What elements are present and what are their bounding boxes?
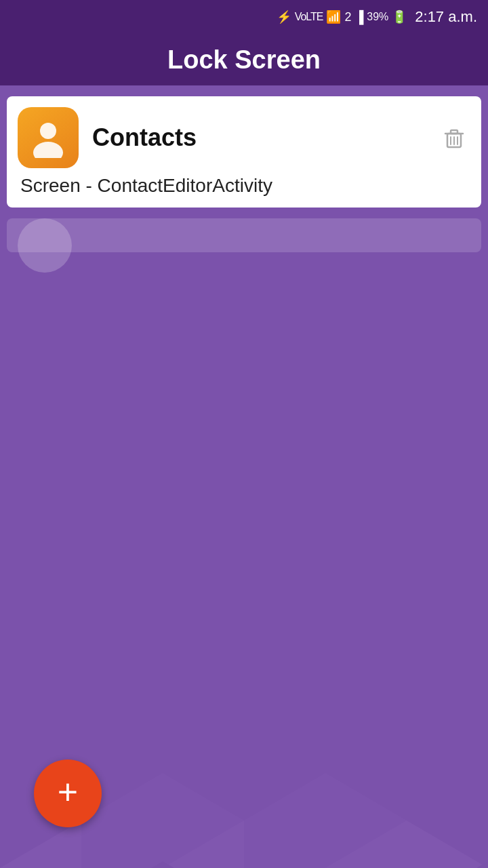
app-list-item: Contacts Screen - ContactEditorActivity bbox=[7, 96, 481, 208]
contacts-app-icon bbox=[18, 107, 79, 168]
svg-rect-13 bbox=[451, 130, 458, 134]
contacts-person-svg bbox=[28, 117, 68, 158]
status-icons: ⚡ VoLTE 📶 2 ▐ 39% 🔋 bbox=[277, 9, 407, 24]
ghost-card bbox=[7, 218, 481, 252]
delete-button[interactable] bbox=[438, 121, 470, 154]
page-title: Lock Screen bbox=[167, 45, 321, 75]
app-name: Contacts bbox=[92, 123, 197, 152]
app-screen-label: Screen - ContactEditorActivity bbox=[18, 175, 470, 197]
add-icon: + bbox=[58, 774, 78, 810]
main-content: Contacts Screen - ContactEditorActivity … bbox=[0, 85, 488, 868]
battery-icon: 39% bbox=[367, 11, 388, 23]
battery-charging-icon: 🔋 bbox=[392, 9, 407, 24]
page-header: Lock Screen bbox=[0, 34, 488, 85]
bluetooth-muted-icon: ⚡ bbox=[277, 9, 291, 24]
add-button[interactable]: + bbox=[34, 760, 102, 827]
trash-icon bbox=[442, 125, 466, 150]
signal-icon: ▐ bbox=[354, 10, 363, 24]
status-bar: ⚡ VoLTE 📶 2 ▐ 39% 🔋 2:17 a.m. bbox=[0, 0, 488, 34]
app-card-top: Contacts bbox=[18, 107, 470, 168]
svg-point-9 bbox=[40, 123, 56, 139]
svg-point-10 bbox=[33, 142, 63, 158]
lte-icon: VoLTE bbox=[295, 11, 323, 23]
wifi-icon: 📶 bbox=[326, 9, 341, 24]
hex-background-pattern bbox=[0, 597, 488, 868]
sim2-icon: 2 bbox=[344, 10, 351, 24]
ghost-icon bbox=[18, 218, 72, 273]
status-time: 2:17 a.m. bbox=[415, 8, 477, 26]
app-card-left: Contacts bbox=[18, 107, 197, 168]
